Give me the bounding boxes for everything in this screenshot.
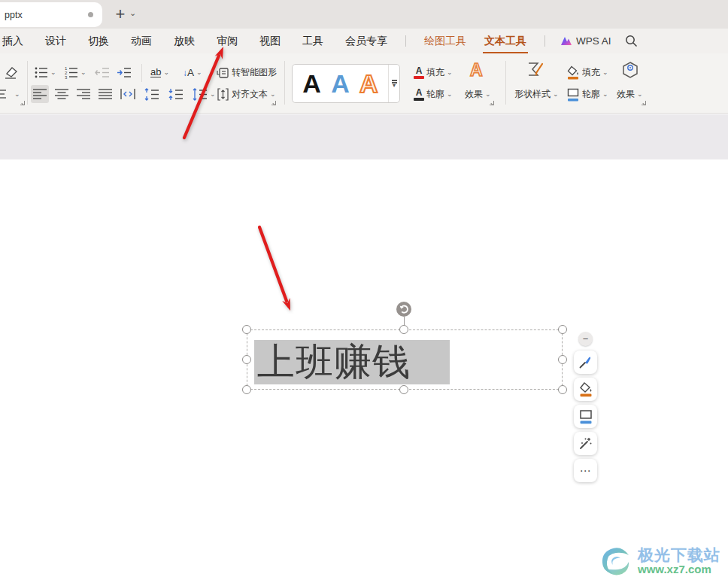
tab-text-tools[interactable]: 文本工具 <box>484 35 526 48</box>
rotate-handle[interactable] <box>396 301 412 317</box>
chevron-down-icon: ⌄ <box>602 91 608 98</box>
wordart-gallery: A A A ▾ <box>292 64 400 103</box>
quick-effects-button[interactable] <box>574 432 597 455</box>
gallery-rows-icon <box>392 80 397 80</box>
align-center-button[interactable] <box>55 85 68 103</box>
search-button[interactable] <box>625 35 638 47</box>
align-text-button[interactable]: 对齐文本 ⌄ <box>217 85 276 103</box>
wordart-style-plain[interactable]: A <box>302 71 321 96</box>
chevron-down-icon: ⌄ <box>270 91 276 98</box>
shape-effects-preview[interactable] <box>621 61 639 79</box>
resize-handle-se[interactable] <box>558 385 567 394</box>
ellipsis-icon: ⋯ <box>580 464 592 478</box>
character-spacing-button[interactable]: ab ⌄ <box>150 63 169 81</box>
resize-handle-w[interactable] <box>242 355 251 364</box>
text-outline-button[interactable]: A 轮廓 ⌄ <box>414 85 453 103</box>
resize-handle-n[interactable] <box>399 325 408 334</box>
shape-styles-label: 形状样式 <box>514 88 551 101</box>
wps-presentation-window: pptx + ⌄ 插入 设计 切换 动画 放映 审阅 视图 工具 会员专享 绘图… <box>0 0 728 586</box>
menu-review[interactable]: 审阅 <box>217 35 238 48</box>
ribbon-group-divider <box>284 61 285 105</box>
dialog-launcher-icon[interactable] <box>489 100 495 106</box>
chevron-down-icon: ⌄ <box>447 91 453 98</box>
chevron-down-icon: ⌄ <box>553 91 559 98</box>
line-spacing-button[interactable]: ⌄ <box>193 85 216 103</box>
textbox-text[interactable]: 上班赚钱 <box>257 339 450 385</box>
text-effects-button[interactable]: 效果 ⌄ <box>465 85 491 103</box>
menu-design[interactable]: 设计 <box>45 35 66 48</box>
document-tab[interactable]: pptx <box>0 2 102 27</box>
resize-handle-s[interactable] <box>399 385 408 394</box>
shape-styles-button[interactable]: 形状样式 ⌄ <box>514 85 559 103</box>
shape-styles-preview[interactable] <box>524 61 545 79</box>
eraser-button[interactable] <box>3 63 20 81</box>
tab-list-chevron-icon[interactable]: ⌄ <box>129 8 136 18</box>
align-left-button[interactable] <box>31 85 49 103</box>
quick-fill-button[interactable] <box>574 378 597 401</box>
collapse-toolbar-button[interactable]: − <box>578 332 593 346</box>
distribute-text-button[interactable] <box>120 85 135 103</box>
ribbon-group-divider <box>141 64 142 82</box>
menu-transition[interactable]: 切换 <box>88 35 109 48</box>
shape-fill-icon <box>566 65 580 80</box>
justify-button[interactable] <box>99 85 112 103</box>
bullet-list-button[interactable]: ⌄ <box>35 63 56 81</box>
shape-outline-icon <box>566 87 580 102</box>
ribbon-group-divider <box>505 61 506 105</box>
menu-insert[interactable]: 插入 <box>2 35 23 48</box>
dialog-launcher-icon[interactable] <box>271 100 277 106</box>
wordart-gallery-more-button[interactable]: ▾ <box>388 65 399 102</box>
convert-to-smartart-button[interactable]: 转智能图形 <box>217 63 277 81</box>
wordart-style-orange-outline[interactable]: A <box>359 71 378 96</box>
character-spacing-icon: ab <box>150 67 161 77</box>
convert-to-smartart-label: 转智能图形 <box>232 66 277 79</box>
text-fill-button[interactable]: A 填充 ⌄ <box>414 63 453 81</box>
tab-drawing-tools[interactable]: 绘图工具 <box>424 35 466 48</box>
menu-slideshow[interactable]: 放映 <box>174 35 195 48</box>
dialog-launcher-icon[interactable] <box>20 100 26 106</box>
wps-ai-button[interactable]: WPS AI <box>560 35 611 47</box>
menu-view[interactable]: 视图 <box>259 35 281 48</box>
text-effects-preview[interactable]: A <box>470 61 483 79</box>
resize-handle-e[interactable] <box>558 355 567 364</box>
brush-icon <box>578 355 593 369</box>
align-right-button[interactable] <box>77 85 90 103</box>
resize-handle-sw[interactable] <box>242 385 251 394</box>
resize-handle-nw[interactable] <box>242 325 251 334</box>
watermark-logo-icon <box>596 543 635 579</box>
wordart-style-blue[interactable]: A <box>331 71 350 96</box>
align-text-icon <box>217 88 229 101</box>
decrease-paragraph-spacing-button[interactable] <box>168 85 184 103</box>
quick-style-brush-button[interactable] <box>574 351 597 374</box>
quick-outline-button[interactable] <box>574 405 597 428</box>
fill-bucket-icon <box>578 381 593 397</box>
quick-more-button[interactable]: ⋯ <box>574 459 597 482</box>
increase-paragraph-spacing-button[interactable] <box>144 85 159 103</box>
align-center-icon <box>55 88 68 100</box>
menubar: 插入 设计 切换 动画 放映 审阅 视图 工具 会员专享 绘图工具 文本工具 W… <box>0 29 728 53</box>
shape-outline-button[interactable]: 轮廓 ⌄ <box>566 85 608 103</box>
outline-rect-icon <box>578 408 593 424</box>
spacing-down-icon <box>168 88 184 101</box>
menu-animation[interactable]: 动画 <box>131 35 152 48</box>
clipped-phonetic-button[interactable]: ⌄ <box>0 85 20 103</box>
workspace-margin <box>0 114 728 159</box>
align-right-icon <box>77 88 90 100</box>
justify-icon <box>99 88 112 100</box>
chevron-down-icon: ⌄ <box>80 69 86 76</box>
new-tab-button[interactable]: + <box>110 4 131 25</box>
text-outline-icon: A <box>414 88 424 101</box>
chevron-down-icon: ⌄ <box>14 91 20 98</box>
resize-handle-ne[interactable] <box>558 325 567 334</box>
increase-indent-button[interactable] <box>117 63 132 81</box>
shape-effects-button[interactable]: 效果 ⌄ <box>617 85 643 103</box>
numbered-list-button[interactable]: 123 ⌄ <box>65 63 86 81</box>
rotate-icon <box>396 301 412 317</box>
wps-ai-label: WPS AI <box>576 35 611 47</box>
menu-tools[interactable]: 工具 <box>302 35 323 48</box>
menu-member[interactable]: 会员专享 <box>345 35 387 48</box>
text-direction-button[interactable]: ↓A ⌄ <box>183 63 202 81</box>
dialog-launcher-icon[interactable] <box>641 100 647 106</box>
shape-fill-button[interactable]: 填充 ⌄ <box>566 63 608 81</box>
chevron-down-icon: ⌄ <box>602 69 608 76</box>
